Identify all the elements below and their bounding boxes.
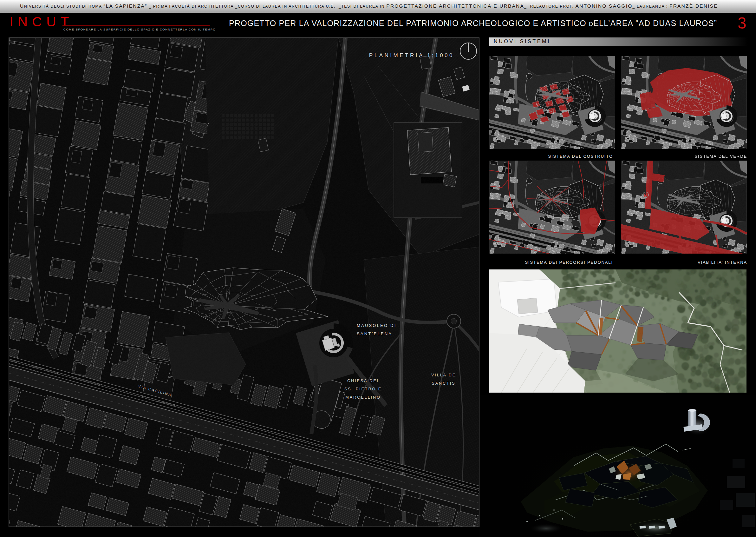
svg-text:SANCTIS: SANCTIS <box>432 381 455 386</box>
svg-text:PLANIMETRIA 1:1000: PLANIMETRIA 1:1000 <box>369 52 454 59</box>
svg-text:MARCELLINO: MARCELLINO <box>345 395 381 399</box>
svg-text:SANT’ELENA: SANT’ELENA <box>357 331 392 336</box>
svg-text:VILLA DE: VILLA DE <box>431 373 456 377</box>
svg-text:CHIESA DEI: CHIESA DEI <box>347 379 379 383</box>
svg-text:SS. PIETRO E: SS. PIETRO E <box>344 387 382 391</box>
svg-text:MAUSOLEO DI: MAUSOLEO DI <box>357 323 397 328</box>
